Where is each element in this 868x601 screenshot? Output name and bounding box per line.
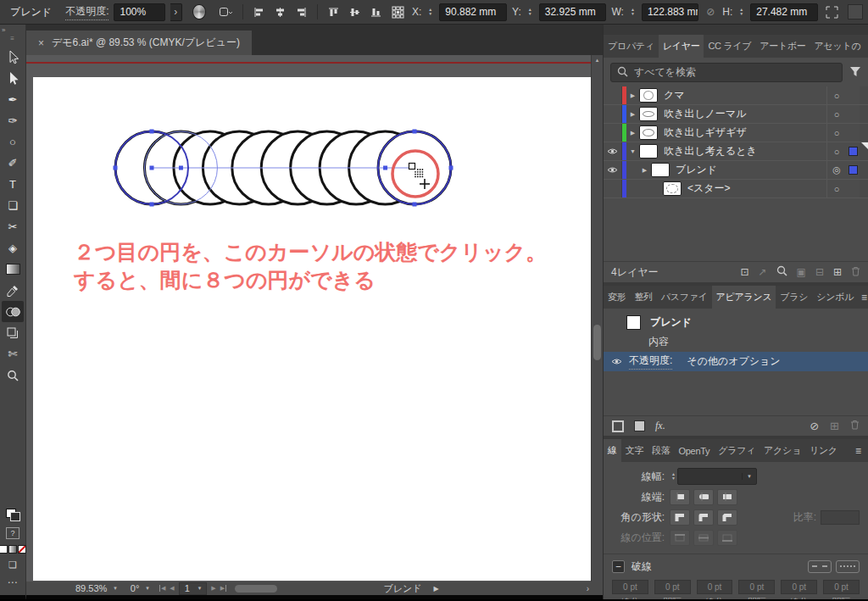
panel-menu-icon[interactable]: ≡	[858, 286, 868, 309]
fill-stroke-proxy[interactable]	[6, 509, 20, 521]
rotation-dropdown[interactable]: 0° ▾	[131, 583, 149, 593]
layer-row-fukidashi-normal[interactable]: ▶吹き出しノーマル○	[604, 105, 868, 124]
dash-value-input[interactable]: 0 pt	[823, 580, 860, 594]
status-play-icon[interactable]: ▶	[433, 585, 438, 593]
ellipse-tool[interactable]: ○	[2, 131, 24, 153]
opacity-label[interactable]: 不透明度:	[65, 4, 108, 20]
appearance-row-opacity[interactable]: 不透明度: その他のオプション	[604, 352, 868, 371]
y-stepper[interactable]: ▲▼	[528, 8, 532, 16]
panel-tab-properties[interactable]: プロパティ	[604, 35, 659, 58]
add-stroke-icon[interactable]	[612, 420, 624, 432]
selection-color-box[interactable]	[849, 147, 858, 156]
vertical-scrollbar[interactable]: ▴	[591, 55, 603, 582]
layer-name[interactable]: クマ	[664, 88, 826, 103]
target-indicator-icon[interactable]: ○	[826, 180, 846, 198]
panel-tab-character[interactable]: 文字	[621, 439, 648, 462]
layer-row-star[interactable]: <スター>○	[604, 180, 868, 198]
panel-tab-layers[interactable]: レイヤー	[659, 35, 704, 58]
opacity-options-button[interactable]: ›	[170, 3, 182, 21]
shape-builder-tool[interactable]: ◈	[2, 237, 24, 259]
w-stepper[interactable]: ▲▼	[631, 8, 635, 16]
dash-value-input[interactable]: 0 pt	[781, 580, 817, 594]
appearance-row-contents[interactable]: 内容	[604, 332, 868, 352]
panel-tab-assets[interactable]: アセットの	[810, 35, 865, 58]
panel-tab-align[interactable]: 整列	[630, 286, 656, 309]
dash-value-input[interactable]: 0 pt	[612, 580, 648, 594]
selection-color-box[interactable]	[849, 165, 858, 175]
target-indicator-icon[interactable]: ○	[826, 124, 846, 142]
layer-row-fukidashi-kangaerutoki[interactable]: ▼吹き出し考えるとき○	[604, 142, 868, 161]
selection-column[interactable]	[846, 147, 860, 156]
y-input[interactable]: 32.925 mm	[539, 3, 607, 21]
align-dash-button[interactable]	[836, 560, 860, 573]
artboard-tool[interactable]	[2, 322, 24, 343]
appearance-row-blend[interactable]: ブレンド	[604, 313, 868, 332]
layer-name[interactable]: 吹き出しギザギザ	[664, 125, 826, 140]
panel-tab-brushes[interactable]: ブラシ	[776, 286, 812, 309]
target-indicator-icon[interactable]: ○	[826, 105, 846, 123]
close-tab-icon[interactable]: ×	[38, 37, 44, 49]
caret-collapsed-icon[interactable]: ▶	[626, 92, 639, 99]
panel-tab-links[interactable]: リンク	[805, 439, 842, 462]
target-indicator-active-icon[interactable]: ◎	[826, 161, 846, 179]
clear-appearance-icon[interactable]: ⊘	[810, 420, 819, 432]
panel-tab-symbols[interactable]: シンボル	[812, 286, 858, 309]
type-tool[interactable]: T	[2, 174, 24, 195]
stroke-swatch[interactable]	[10, 512, 20, 521]
first-artboard-icon[interactable]: ◀	[159, 585, 165, 592]
cap-round-button[interactable]	[693, 489, 714, 505]
visibility-toggle-empty[interactable]	[604, 105, 622, 123]
align-stroke-outside-button[interactable]	[717, 530, 737, 546]
vertical-scrollbar-thumb[interactable]	[593, 325, 601, 360]
panel-tab-actions[interactable]: アクショ	[760, 439, 805, 462]
miter-limit-input[interactable]	[821, 510, 860, 525]
color-none-button[interactable]	[18, 545, 26, 554]
pen-tool[interactable]: ✒	[2, 89, 24, 110]
make-mask-icon[interactable]: ▣	[797, 266, 806, 278]
new-sublayer-icon[interactable]: ⊟	[815, 266, 824, 278]
link-dimensions-icon[interactable]: ⊘	[704, 3, 717, 21]
paintbrush-tool[interactable]: ✐	[2, 153, 24, 174]
visibility-toggle-empty[interactable]	[604, 180, 622, 198]
eyedropper-tool[interactable]	[2, 280, 24, 301]
add-effect-icon[interactable]: fx.	[655, 420, 665, 432]
filter-icon[interactable]	[849, 66, 861, 80]
caret-collapsed-icon[interactable]: ▶	[638, 167, 651, 174]
stroke-weight-stepper[interactable]: ▲▼	[671, 472, 676, 481]
shape-options-icon[interactable]	[216, 3, 235, 21]
align-stroke-inside-button[interactable]	[693, 530, 714, 546]
free-transform-tool[interactable]: ❏	[2, 195, 24, 216]
layer-name[interactable]: ブレンド	[676, 163, 826, 177]
layer-row-kuma[interactable]: ▶クマ○	[604, 86, 868, 105]
align-right-icon[interactable]	[293, 3, 309, 21]
color-fill-button[interactable]	[0, 545, 8, 554]
search-input[interactable]: すべてを検索	[610, 63, 843, 82]
layer-row-fukidashi-gizagiza[interactable]: ▶吹き出しギザギザ○	[604, 124, 868, 142]
caret-expanded-icon[interactable]: ▼	[626, 148, 639, 154]
panel-tab-artboards[interactable]: アートボー	[755, 35, 810, 58]
question-box-icon[interactable]: ?	[6, 527, 19, 539]
delete-layer-icon[interactable]	[851, 266, 860, 279]
dash-value-input[interactable]: 0 pt	[738, 580, 775, 594]
panel-tab-pathfinder[interactable]: パスファイ	[657, 286, 712, 309]
x-stepper[interactable]: ▲▼	[428, 8, 432, 16]
duplicate-item-icon[interactable]: ⊞	[830, 420, 839, 432]
selection-column[interactable]	[846, 165, 860, 175]
caret-collapsed-icon[interactable]: ▶	[626, 111, 639, 118]
edge-panel-icon[interactable]	[848, 4, 863, 19]
blend-tool[interactable]	[2, 301, 24, 322]
zoom-tool[interactable]	[2, 364, 24, 386]
align-stroke-center-button[interactable]	[670, 530, 690, 546]
cap-projecting-button[interactable]	[717, 489, 737, 505]
artboard-number-dropdown[interactable]: 1 ▾	[179, 582, 208, 595]
canvas[interactable]: ２つ目の円を、このカーソルの状態でクリック。 すると、間に８つの円ができる ▴	[26, 55, 603, 582]
target-indicator-icon[interactable]: ○	[826, 86, 846, 104]
panel-tab-opentype[interactable]: OpenTy	[675, 439, 715, 462]
share-icon[interactable]: ↗	[758, 266, 766, 278]
stroke-weight-dropdown[interactable]: ▾	[677, 468, 757, 485]
more-tools-button[interactable]: ⋯	[8, 576, 19, 588]
panel-tab-graphic-styles[interactable]: グラフィ	[714, 439, 760, 462]
horizontal-scrollbar[interactable]: ブレンド ▶ ›	[231, 582, 591, 595]
selection-tool[interactable]	[2, 47, 24, 68]
toolbar-grip-icon[interactable]: ≡	[10, 36, 15, 42]
